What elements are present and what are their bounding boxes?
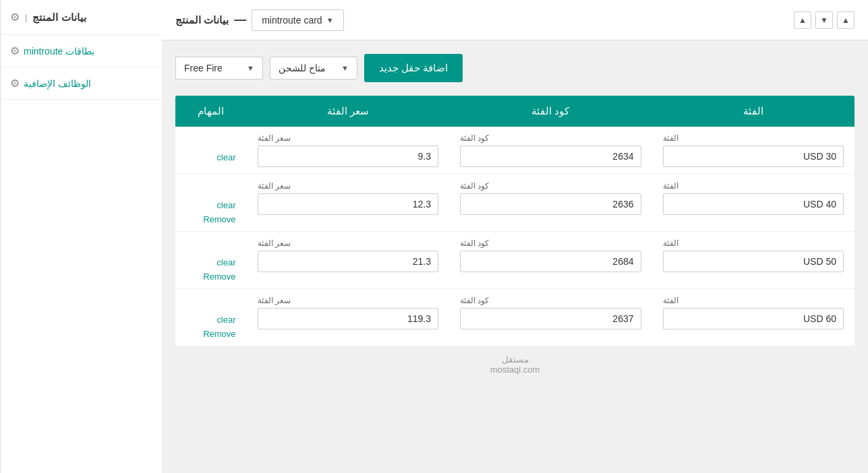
code-label-1: كود الفئة [460,181,489,191]
main-content: ▲ ▼ ▲ ▼ mintroute card — بيانات المنتج ▼… [162,0,868,473]
category-label-1: الفئة [663,181,678,191]
code-input-2[interactable] [460,251,641,272]
cell-category-2: الفئة [652,232,855,289]
gear-icon: ⚙ [10,11,20,24]
code-label-2: كود الفئة [460,239,489,248]
price-input-3[interactable] [258,308,438,329]
price-label-0: سعر الفئة [258,133,291,143]
cell-actions-2: clear Remove [175,232,247,289]
clear-link-1[interactable]: clear [216,200,235,210]
nav-arrow-down[interactable]: ▼ [815,11,833,29]
remove-link-1[interactable]: Remove [203,214,235,224]
data-table: الفئة كود الفئة سعر الفئة المهام الفئة ك… [175,96,855,346]
status-filter[interactable]: ▼ متاح للشحن [270,57,357,80]
table-row: الفئة كود الفئة سعر الفئة clear [175,289,855,346]
price-input-0[interactable] [258,146,438,167]
sidebar-link-1[interactable]: الوظائف الإضافية [24,78,91,89]
price-label-1: سعر الفئة [258,181,291,191]
table-row: الفئة كود الفئة سعر الفئة clear [175,232,855,289]
cell-price-1: سعر الفئة [247,175,449,232]
product-filter-label: Free Fire [184,63,223,73]
filters-row: ▼ Free Fire ▼ متاح للشحن اضافة حقل جديد [175,54,855,82]
cell-category-1: الفئة [652,175,855,232]
category-input-3[interactable] [663,308,844,329]
price-label-3: سعر الفئة [258,296,291,305]
sidebar-header: بيانات المنتج | ⚙ [1,0,162,35]
col-price: سعر الفئة [247,96,449,127]
cell-price-0: سعر الفئة [247,127,449,175]
status-filter-label: متاح للشحن [279,63,326,73]
cell-actions-0: clear [175,127,247,175]
nav-arrow-up2[interactable]: ▲ [794,11,811,29]
code-input-1[interactable] [460,193,641,215]
cell-code-0: كود الفئة [449,127,652,175]
cell-category-3: الفئة [652,289,855,346]
remove-link-2[interactable]: Remove [203,272,235,282]
code-label-3: كود الفئة [460,296,489,305]
mintroute-dropdown-btn[interactable]: ▼ mintroute card [252,9,343,31]
gear-icon: ⚙ [10,77,20,90]
sidebar-item-1[interactable]: الوظائف الإضافية ⚙ [1,67,162,100]
cell-code-3: كود الفئة [449,289,652,346]
category-input-2[interactable] [663,251,844,272]
table-row: الفئة كود الفئة سعر الفئة clear [175,175,855,232]
nav-arrow-up1[interactable]: ▲ [837,11,855,29]
col-tasks: المهام [175,96,247,127]
cell-category-0: الفئة [652,127,855,175]
content-area: ▼ Free Fire ▼ متاح للشحن اضافة حقل جديد … [162,40,868,473]
sidebar-title-pipe: | [25,12,27,22]
price-input-2[interactable] [258,251,438,272]
clear-link-3[interactable]: clear [216,315,235,325]
cell-price-2: سعر الفئة [247,232,449,289]
category-label-2: الفئة [663,239,678,248]
price-label-2: سعر الفئة [258,239,291,248]
code-input-0[interactable] [460,146,641,167]
cell-code-1: كود الفئة [449,175,652,232]
header-dash: — [234,13,246,27]
table-row: الفئة كود الفئة سعر الفئة clear [175,127,855,175]
chevron-down-icon: ▼ [247,64,254,72]
category-label-0: الفئة [663,133,678,143]
col-code: كود الفئة [449,96,652,127]
code-input-3[interactable] [460,308,641,329]
chevron-down-icon: ▼ [341,64,349,72]
code-label-0: كود الفئة [460,133,489,143]
cell-code-2: كود الفئة [449,232,652,289]
clear-link-0[interactable]: clear [216,152,235,162]
category-input-0[interactable] [663,146,844,167]
gear-icon: ⚙ [10,44,20,57]
watermark: مستقل mostaql.com [175,346,855,377]
category-label-3: الفئة [663,296,678,305]
price-input-1[interactable] [258,193,438,215]
clear-link-2[interactable]: clear [216,257,235,267]
product-filter[interactable]: ▼ Free Fire [175,57,263,80]
chevron-down-icon: ▼ [326,16,334,24]
category-input-1[interactable] [663,193,844,215]
cell-actions-1: clear Remove [175,175,247,232]
cell-actions-3: clear Remove [175,289,247,346]
page-title: بيانات المنتج [175,14,229,26]
cell-price-3: سعر الفئة [247,289,449,346]
sidebar-title: بيانات المنتج [32,11,86,24]
sidebar: بيانات المنتج | ⚙ بطاقات mintroute ⚙ الو… [0,0,162,473]
add-field-button[interactable]: اضافة حقل جديد [364,54,463,82]
nav-arrows: ▲ ▼ ▲ [794,11,855,29]
sidebar-link-0[interactable]: بطاقات mintroute [24,46,94,57]
nav-right: ▼ mintroute card — بيانات المنتج [175,9,344,31]
mintroute-label: mintroute card [262,15,322,26]
remove-link-3[interactable]: Remove [203,329,235,339]
top-nav: ▲ ▼ ▲ ▼ mintroute card — بيانات المنتج [162,0,868,40]
sidebar-item-0[interactable]: بطاقات mintroute ⚙ [1,35,162,67]
col-category: الفئة [652,96,855,127]
